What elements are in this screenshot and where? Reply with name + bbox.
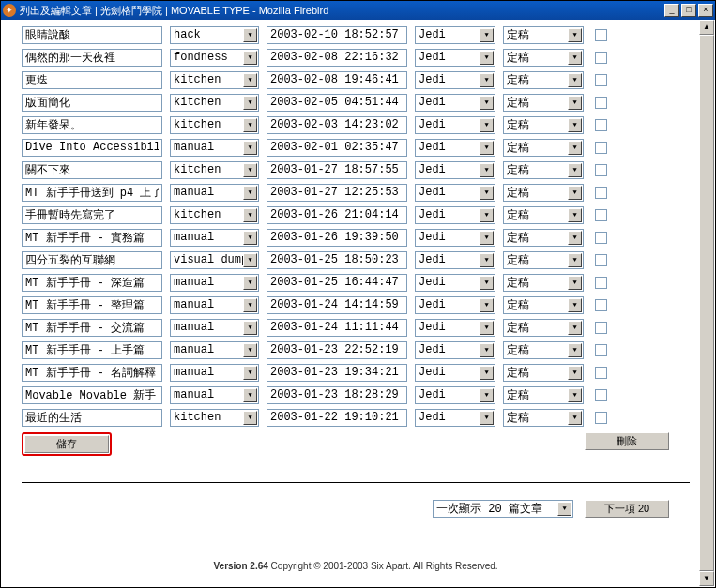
category-select[interactable]: manual▼ bbox=[170, 229, 259, 247]
date-input[interactable] bbox=[267, 71, 407, 89]
title-input[interactable] bbox=[22, 341, 162, 359]
select-checkbox[interactable] bbox=[595, 187, 607, 199]
title-input[interactable] bbox=[22, 229, 162, 247]
date-input[interactable] bbox=[267, 409, 407, 427]
author-select[interactable]: Jedi▼ bbox=[415, 251, 495, 269]
title-input[interactable] bbox=[22, 139, 162, 157]
title-input[interactable] bbox=[22, 274, 162, 292]
status-select[interactable]: 定稿▼ bbox=[503, 116, 584, 134]
date-input[interactable] bbox=[267, 229, 407, 247]
author-select[interactable]: Jedi▼ bbox=[415, 26, 495, 44]
per-page-select[interactable]: 一次顯示 20 篇文章 ▼ bbox=[433, 500, 573, 518]
author-select[interactable]: Jedi▼ bbox=[415, 409, 495, 427]
title-input[interactable] bbox=[22, 364, 162, 382]
save-button[interactable]: 儲存 bbox=[24, 435, 109, 453]
status-select[interactable]: 定稿▼ bbox=[503, 139, 584, 157]
select-checkbox[interactable] bbox=[595, 254, 607, 266]
select-checkbox[interactable] bbox=[595, 29, 607, 41]
title-input[interactable] bbox=[22, 161, 162, 179]
date-input[interactable] bbox=[267, 319, 407, 337]
date-input[interactable] bbox=[267, 116, 407, 134]
status-select[interactable]: 定稿▼ bbox=[503, 49, 584, 67]
scroll-up-button[interactable]: ▲ bbox=[699, 20, 714, 35]
date-input[interactable] bbox=[267, 49, 407, 67]
status-select[interactable]: 定稿▼ bbox=[503, 319, 584, 337]
status-select[interactable]: 定稿▼ bbox=[503, 26, 584, 44]
status-select[interactable]: 定稿▼ bbox=[503, 364, 584, 382]
author-select[interactable]: Jedi▼ bbox=[415, 319, 495, 337]
author-select[interactable]: Jedi▼ bbox=[415, 386, 495, 404]
title-input[interactable] bbox=[22, 251, 162, 269]
select-checkbox[interactable] bbox=[595, 299, 607, 311]
category-select[interactable]: manual▼ bbox=[170, 184, 259, 202]
date-input[interactable] bbox=[267, 251, 407, 269]
date-input[interactable] bbox=[267, 274, 407, 292]
select-checkbox[interactable] bbox=[595, 74, 607, 86]
select-checkbox[interactable] bbox=[595, 412, 607, 424]
author-select[interactable]: Jedi▼ bbox=[415, 341, 495, 359]
status-select[interactable]: 定稿▼ bbox=[503, 206, 584, 224]
category-select[interactable]: kitchen▼ bbox=[170, 71, 259, 89]
minimize-button[interactable]: _ bbox=[664, 4, 679, 17]
category-select[interactable]: kitchen▼ bbox=[170, 161, 259, 179]
status-select[interactable]: 定稿▼ bbox=[503, 161, 584, 179]
status-select[interactable]: 定稿▼ bbox=[503, 184, 584, 202]
date-input[interactable] bbox=[267, 94, 407, 112]
title-input[interactable] bbox=[22, 94, 162, 112]
category-select[interactable]: kitchen▼ bbox=[170, 206, 259, 224]
category-select[interactable]: manual▼ bbox=[170, 386, 259, 404]
author-select[interactable]: Jedi▼ bbox=[415, 116, 495, 134]
category-select[interactable]: manual▼ bbox=[170, 274, 259, 292]
category-select[interactable]: visual_dump▼ bbox=[170, 251, 259, 269]
status-select[interactable]: 定稿▼ bbox=[503, 296, 584, 314]
author-select[interactable]: Jedi▼ bbox=[415, 161, 495, 179]
author-select[interactable]: Jedi▼ bbox=[415, 364, 495, 382]
date-input[interactable] bbox=[267, 26, 407, 44]
title-input[interactable] bbox=[22, 116, 162, 134]
close-button[interactable]: × bbox=[698, 4, 713, 17]
select-checkbox[interactable] bbox=[595, 164, 607, 176]
date-input[interactable] bbox=[267, 364, 407, 382]
category-select[interactable]: manual▼ bbox=[170, 341, 259, 359]
title-input[interactable] bbox=[22, 296, 162, 314]
select-checkbox[interactable] bbox=[595, 389, 607, 401]
author-select[interactable]: Jedi▼ bbox=[415, 206, 495, 224]
delete-button[interactable]: 刪除 bbox=[585, 432, 669, 450]
author-select[interactable]: Jedi▼ bbox=[415, 71, 495, 89]
category-select[interactable]: kitchen▼ bbox=[170, 94, 259, 112]
category-select[interactable]: kitchen▼ bbox=[170, 409, 259, 427]
select-checkbox[interactable] bbox=[595, 344, 607, 356]
title-input[interactable] bbox=[22, 386, 162, 404]
date-input[interactable] bbox=[267, 139, 407, 157]
next-page-button[interactable]: 下一項 20 bbox=[585, 500, 669, 518]
category-select[interactable]: fondness▼ bbox=[170, 49, 259, 67]
category-select[interactable]: manual▼ bbox=[170, 296, 259, 314]
category-select[interactable]: kitchen▼ bbox=[170, 116, 259, 134]
select-checkbox[interactable] bbox=[595, 52, 607, 64]
select-checkbox[interactable] bbox=[595, 119, 607, 131]
status-select[interactable]: 定稿▼ bbox=[503, 71, 584, 89]
select-checkbox[interactable] bbox=[595, 209, 607, 221]
date-input[interactable] bbox=[267, 206, 407, 224]
title-input[interactable] bbox=[22, 206, 162, 224]
title-input[interactable] bbox=[22, 409, 162, 427]
author-select[interactable]: Jedi▼ bbox=[415, 49, 495, 67]
date-input[interactable] bbox=[267, 161, 407, 179]
status-select[interactable]: 定稿▼ bbox=[503, 274, 584, 292]
date-input[interactable] bbox=[267, 184, 407, 202]
select-checkbox[interactable] bbox=[595, 97, 607, 109]
author-select[interactable]: Jedi▼ bbox=[415, 274, 495, 292]
date-input[interactable] bbox=[267, 386, 407, 404]
category-select[interactable]: manual▼ bbox=[170, 319, 259, 337]
date-input[interactable] bbox=[267, 341, 407, 359]
status-select[interactable]: 定稿▼ bbox=[503, 341, 584, 359]
title-input[interactable] bbox=[22, 184, 162, 202]
title-input[interactable] bbox=[22, 71, 162, 89]
title-input[interactable] bbox=[22, 49, 162, 67]
select-checkbox[interactable] bbox=[595, 232, 607, 244]
author-select[interactable]: Jedi▼ bbox=[415, 94, 495, 112]
select-checkbox[interactable] bbox=[595, 322, 607, 334]
maximize-button[interactable]: □ bbox=[681, 4, 696, 17]
status-select[interactable]: 定稿▼ bbox=[503, 94, 584, 112]
select-checkbox[interactable] bbox=[595, 142, 607, 154]
